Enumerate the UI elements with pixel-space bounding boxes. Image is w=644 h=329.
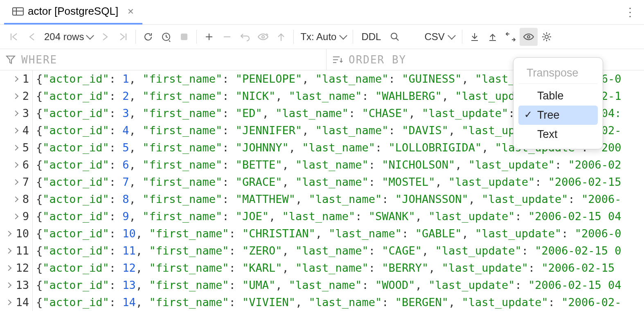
tab-actor[interactable]: actor [PostgreSQL] ✕ xyxy=(4,0,142,25)
row-number: 3 xyxy=(23,105,29,122)
expand-icon[interactable] xyxy=(6,248,11,254)
row-gutter[interactable]: 6 xyxy=(0,156,33,174)
row-gutter[interactable]: 11 xyxy=(0,242,33,259)
where-filter[interactable]: WHERE xyxy=(0,49,327,70)
view-mode-button[interactable] xyxy=(520,28,538,46)
row-gutter[interactable]: 10 xyxy=(0,225,33,242)
ddl-button[interactable]: DDL xyxy=(356,31,386,43)
search-button[interactable] xyxy=(386,28,404,46)
expand-icon[interactable] xyxy=(13,214,18,219)
svg-point-5 xyxy=(545,35,548,38)
row-json: {"actor_id": 9, "first_name": "JOE", "la… xyxy=(33,208,621,225)
row-gutter[interactable]: 5 xyxy=(0,139,33,156)
data-row[interactable]: 8{"actor_id": 8, "first_name": "MATTHEW"… xyxy=(0,191,644,208)
row-json: {"actor_id": 7, "first_name": "GRACE", "… xyxy=(33,174,621,191)
row-number: 1 xyxy=(23,70,29,88)
table-icon xyxy=(12,7,24,16)
tab-bar: actor [PostgreSQL] ✕ ⋮ xyxy=(0,0,644,25)
prev-page-button[interactable] xyxy=(23,28,41,46)
row-number: 10 xyxy=(16,225,29,242)
data-row[interactable]: 12{"actor_id": 12, "first_name": "KARL",… xyxy=(0,259,644,277)
expand-icon[interactable] xyxy=(13,179,18,185)
svg-point-3 xyxy=(391,33,397,39)
row-gutter[interactable]: 1 xyxy=(0,70,33,88)
row-gutter[interactable]: 2 xyxy=(0,88,33,105)
preview-button[interactable] xyxy=(254,28,272,46)
chevron-down-icon xyxy=(448,32,456,40)
row-number: 8 xyxy=(23,191,29,208)
tx-mode-button[interactable]: Tx: Auto xyxy=(297,31,349,43)
refresh-button[interactable] xyxy=(139,28,157,46)
revert-button[interactable] xyxy=(236,28,254,46)
expand-icon[interactable] xyxy=(13,76,18,82)
submit-button[interactable] xyxy=(272,28,290,46)
row-number: 11 xyxy=(16,242,29,259)
data-row[interactable]: 11{"actor_id": 11, "first_name": "ZERO",… xyxy=(0,242,644,259)
upload-button[interactable] xyxy=(484,28,502,46)
row-number: 12 xyxy=(16,259,29,277)
row-json: {"actor_id": 13, "first_name": "UMA", "l… xyxy=(33,277,621,294)
expand-icon[interactable] xyxy=(13,162,18,168)
expand-icon[interactable] xyxy=(6,282,11,288)
tab-title: actor [PostgreSQL] xyxy=(28,5,118,18)
popup-item-tree[interactable]: Tree xyxy=(518,106,598,125)
row-gutter[interactable]: 12 xyxy=(0,259,33,277)
filter-icon xyxy=(6,55,16,64)
close-icon[interactable]: ✕ xyxy=(127,7,134,16)
expand-icon[interactable] xyxy=(6,265,11,271)
download-button[interactable] xyxy=(466,28,484,46)
data-row[interactable]: 7{"actor_id": 7, "first_name": "GRACE", … xyxy=(0,174,644,191)
data-row[interactable]: 10{"actor_id": 10, "first_name": "CHRIST… xyxy=(0,225,644,242)
stop-button[interactable] xyxy=(175,28,193,46)
row-number: 14 xyxy=(16,294,29,311)
expand-icon[interactable] xyxy=(6,300,11,305)
row-number: 7 xyxy=(23,174,29,191)
row-json: {"actor_id": 10, "first_name": "CHRISTIA… xyxy=(33,225,621,242)
data-row[interactable]: 14{"actor_id": 14, "first_name": "VIVIEN… xyxy=(0,294,644,311)
row-gutter[interactable]: 13 xyxy=(0,277,33,294)
rows-count[interactable]: 204 rows xyxy=(41,31,96,43)
data-row[interactable]: 6{"actor_id": 6, "first_name": "BETTE", … xyxy=(0,156,644,174)
popup-item-table[interactable]: Table xyxy=(518,86,598,106)
expand-icon[interactable] xyxy=(13,93,18,99)
row-gutter[interactable]: 4 xyxy=(0,122,33,139)
export-format-button[interactable]: CSV xyxy=(420,31,458,43)
row-number: 9 xyxy=(23,208,29,225)
chevron-down-icon xyxy=(86,32,94,40)
settings-button[interactable] xyxy=(538,28,556,46)
expand-icon[interactable] xyxy=(13,128,18,133)
popup-item-text[interactable]: Text xyxy=(518,125,598,144)
toolbar: 204 rows Tx: Auto DDL CSV xyxy=(0,25,644,49)
expand-icon[interactable] xyxy=(13,145,18,151)
row-gutter[interactable]: 3 xyxy=(0,105,33,122)
row-number: 5 xyxy=(23,139,29,156)
row-number: 6 xyxy=(23,156,29,174)
svg-point-4 xyxy=(527,36,530,38)
sort-icon xyxy=(332,56,343,64)
expand-icon[interactable] xyxy=(13,196,18,202)
remove-row-button[interactable] xyxy=(218,28,236,46)
row-gutter[interactable]: 9 xyxy=(0,208,33,225)
history-button[interactable] xyxy=(157,28,175,46)
next-page-button[interactable] xyxy=(96,28,114,46)
view-mode-popup: Transpose TableTreeText xyxy=(513,57,603,149)
chevron-down-icon xyxy=(340,32,348,40)
data-row[interactable]: 9{"actor_id": 9, "first_name": "JOE", "l… xyxy=(0,208,644,225)
data-row[interactable]: 13{"actor_id": 13, "first_name": "UMA", … xyxy=(0,277,644,294)
row-json: {"actor_id": 8, "first_name": "MATTHEW",… xyxy=(33,191,621,208)
compare-button[interactable] xyxy=(502,28,520,46)
row-json: {"actor_id": 11, "first_name": "ZERO", "… xyxy=(33,242,621,259)
first-page-button[interactable] xyxy=(5,28,23,46)
expand-icon[interactable] xyxy=(13,110,18,116)
row-gutter[interactable]: 8 xyxy=(0,191,33,208)
expand-icon[interactable] xyxy=(6,231,11,237)
row-json: {"actor_id": 6, "first_name": "BETTE", "… xyxy=(33,156,621,174)
add-row-button[interactable] xyxy=(200,28,218,46)
row-number: 4 xyxy=(23,122,29,139)
row-gutter[interactable]: 7 xyxy=(0,174,33,191)
row-json: {"actor_id": 14, "first_name": "VIVIEN",… xyxy=(33,294,621,311)
row-number: 2 xyxy=(23,88,29,105)
row-gutter[interactable]: 14 xyxy=(0,294,33,311)
more-icon[interactable]: ⋮ xyxy=(620,5,640,19)
last-page-button[interactable] xyxy=(114,28,132,46)
